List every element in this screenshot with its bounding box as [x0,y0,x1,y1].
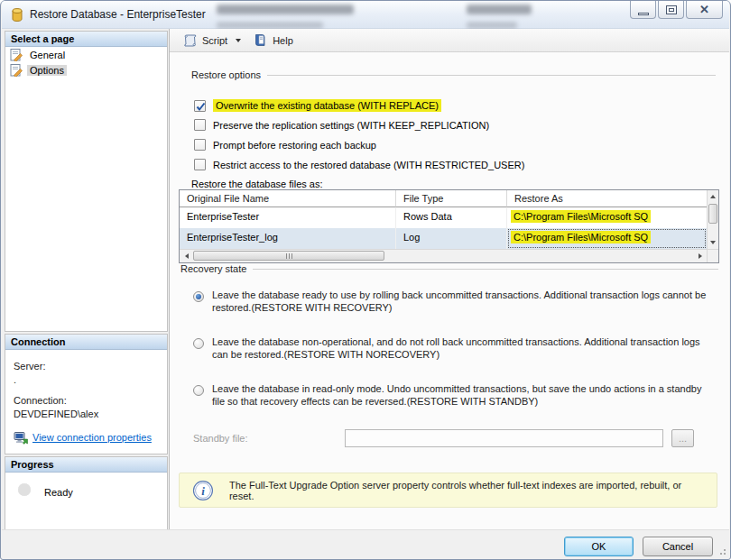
options-page: Script Help Restore options [169,29,729,531]
connection-label: Connection: [14,394,160,408]
script-button[interactable]: Script [177,31,247,50]
column-header-file-type[interactable]: File Type [396,190,507,207]
background-window-artifact [217,22,323,29]
horizontal-scroll-thumb[interactable] [193,251,384,261]
database-icon [10,7,24,23]
checkbox-row-preserve-replication: Preserve the replication settings (WITH … [194,119,489,131]
arrow-right-icon [699,253,702,259]
progress-spinner-icon [18,483,31,496]
recovery-state-group-label: Recovery state [180,263,246,274]
radio-row-with-recovery: Leave the database ready to use by rolli… [193,289,710,314]
column-header-restore-as[interactable]: Restore As [507,190,707,207]
checkbox-row-restrict-access: Restrict access to the restored database… [194,159,524,170]
restrict-access-checkbox[interactable] [194,159,206,170]
overwrite-checkbox[interactable] [194,100,206,112]
radio-row-with-standby: Leave the database in read-only mode. Un… [193,382,710,408]
preserve-replication-checkbox[interactable] [194,119,206,131]
cell-restore-as-focused[interactable]: C:\Program Files\Microsoft SQ [507,228,707,249]
restore-with-standby-radio[interactable] [193,385,204,396]
sidebar-item-options[interactable]: Options [5,63,167,78]
scrollbar-corner [707,249,718,262]
help-label: Help [273,35,293,46]
page-icon [10,64,23,77]
checkmark-icon [195,101,207,113]
ok-button[interactable]: OK [564,537,634,556]
checkbox-label[interactable]: Preserve the replication settings (WITH … [213,120,489,131]
info-icon: i [192,480,214,501]
toolbar: Script Help [170,29,729,52]
group-divider [253,269,718,270]
column-header-original-file-name[interactable]: Original File Name [180,190,396,207]
help-button[interactable]: Help [247,31,300,50]
info-message: The Full-Text Upgrade Option server prop… [229,480,708,501]
svg-text:i: i [201,483,205,497]
restore-with-norecovery-radio[interactable] [193,338,204,349]
script-label: Script [202,35,227,46]
footer-bar: OK Cancel [2,529,729,558]
arrow-up-icon [710,195,716,198]
server-label: Server: [14,360,160,373]
radio-label[interactable]: Leave the database non-operational, and … [212,335,710,361]
arrow-left-icon [185,253,189,259]
sidebar-item-general[interactable]: General [5,48,167,62]
checkbox-row-overwrite: Overwrite the existing database (WITH RE… [194,99,441,112]
close-icon: ✕ [699,4,709,15]
cell-file-type[interactable]: Rows Data [396,207,507,228]
help-icon [254,33,268,47]
chevron-down-icon [236,39,241,42]
cell-original-file-name[interactable]: EnterpriseTester_log [180,228,396,249]
standby-file-input[interactable] [345,429,663,447]
restore-files-label: Restore the database files as: [191,179,323,189]
restore-options-group-label: Restore options [191,69,261,80]
cancel-button[interactable]: Cancel [643,537,713,556]
resize-grip[interactable] [717,546,726,555]
vertical-scroll-thumb[interactable] [708,204,717,224]
view-connection-properties-link[interactable]: View connection properties [32,431,152,445]
close-button[interactable]: ✕ [686,1,723,19]
restore-with-recovery-radio[interactable] [193,291,204,302]
server-value: . [14,373,160,387]
table-vertical-scrollbar[interactable] [707,190,718,249]
maximize-button[interactable] [658,1,684,19]
table-horizontal-scrollbar[interactable] [180,249,707,262]
scroll-down-button[interactable] [708,236,718,249]
script-icon [183,33,198,47]
title-bar: Restore Database - EnterpriseTester ✕ [2,1,729,29]
checkbox-label-highlighted[interactable]: Overwrite the existing database (WITH RE… [213,99,441,112]
group-divider [267,75,716,76]
connection-header: Connection [5,335,167,350]
cell-restore-as[interactable]: C:\Program Files\Microsoft SQ [507,207,707,228]
prompt-before-restore-checkbox[interactable] [194,139,206,151]
maximize-icon [666,5,677,14]
cell-original-file-name[interactable]: EnterpriseTester [180,207,396,228]
database-files-table: Original File Name File Type Restore As … [179,189,719,263]
background-window-artifact [217,5,354,14]
connection-panel: Connection Server: . Connection: DEVDEFI… [5,334,168,454]
checkbox-label[interactable]: Restrict access to the restored database… [213,160,524,170]
minimize-button[interactable] [630,1,656,19]
arrow-down-icon [710,241,716,244]
progress-status: Ready [44,487,73,498]
radio-label[interactable]: Leave the database in read-only mode. Un… [212,382,710,408]
scroll-up-button[interactable] [708,190,718,203]
radio-label[interactable]: Leave the database ready to use by rolli… [212,289,710,314]
sidebar-item-label: General [27,50,68,60]
connection-properties-icon [14,431,28,445]
cell-file-type[interactable]: Log [396,228,507,249]
window-title: Restore Database - EnterpriseTester [30,1,206,28]
standby-file-row: Standby file: ... [193,429,715,449]
sidebar-item-label: Options [27,65,67,76]
background-window-artifact [467,5,532,14]
browse-button[interactable]: ... [671,429,694,447]
scroll-right-button[interactable] [693,250,707,262]
select-a-page-header: Select a page [5,32,167,47]
minimize-icon [638,13,649,15]
progress-header: Progress [5,457,167,473]
scroll-left-button[interactable] [180,250,193,262]
restore-database-dialog: Restore Database - EnterpriseTester ✕ Se… [0,0,731,560]
standby-file-label: Standby file: [193,433,248,444]
checkbox-row-prompt: Prompt before restoring each backup [194,139,376,151]
window-controls: ✕ [630,1,723,19]
radio-row-with-norecovery: Leave the database non-operational, and … [193,335,710,361]
checkbox-label[interactable]: Prompt before restoring each backup [213,140,376,151]
